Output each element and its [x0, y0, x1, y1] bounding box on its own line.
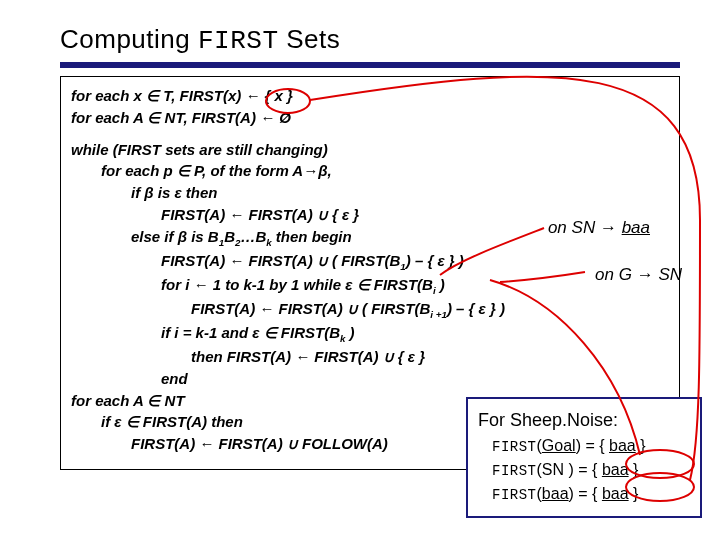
union: ∪: [317, 206, 328, 223]
epsilon: ε: [479, 300, 486, 317]
sub: i +1: [430, 309, 447, 320]
union: ∪: [287, 435, 298, 452]
algo-line-8: FIRST(A) ← FIRST(A) ∪ ( FIRST(B1) – { ε …: [71, 250, 669, 274]
algo-line-13: end: [71, 368, 669, 390]
t: else if β is B: [131, 228, 219, 245]
t: NT, FIRST(A): [160, 109, 260, 126]
t: { x }: [260, 87, 293, 104]
t: FIRST(B: [370, 276, 433, 293]
t: (SN ) = {: [537, 461, 602, 478]
t: baa: [542, 485, 569, 502]
title-part-c: Sets: [278, 24, 340, 54]
slide-title: Computing FIRST Sets: [60, 24, 680, 56]
t: then FIRST(A): [191, 348, 295, 365]
assign-arrow: ←: [245, 87, 260, 104]
spacer: [71, 129, 669, 139]
assign-arrow: ←: [199, 435, 214, 452]
t: for each x: [71, 87, 146, 104]
t: } ): [486, 300, 505, 317]
t: } ): [445, 252, 464, 269]
t: on SN: [548, 218, 600, 237]
t: if i = k-1 and: [161, 324, 252, 341]
t: for i: [161, 276, 194, 293]
t: on G: [595, 265, 637, 284]
t: for each A: [71, 392, 147, 409]
t: ) = {: [576, 437, 609, 454]
t: FIRST(A): [244, 206, 317, 223]
t: β,: [318, 162, 331, 179]
t: baa: [609, 437, 636, 454]
assign-arrow: ←: [260, 109, 275, 126]
union: ∪: [347, 300, 358, 317]
t: }: [349, 206, 359, 223]
t: FIRST(A): [191, 300, 259, 317]
right-arrow: →: [600, 218, 617, 237]
empty-set: Ø: [275, 109, 291, 126]
assign-arrow: ←: [194, 276, 209, 293]
t: baa: [602, 485, 629, 502]
t: for each A: [71, 109, 147, 126]
slide: Computing FIRST Sets for each x ∈ T, FIR…: [0, 0, 720, 540]
t: }: [629, 485, 639, 502]
t: ( FIRST(B: [358, 300, 431, 317]
t: FIRST(A): [310, 348, 383, 365]
algo-line-11: if i = k-1 and ε ∈ FIRST(Bk ): [71, 322, 669, 346]
right-arrow: →: [637, 265, 654, 284]
first-fn: FIRST: [492, 487, 537, 503]
t: for each p: [101, 162, 177, 179]
elem-of: ∈: [147, 392, 160, 409]
assign-arrow: ←: [259, 300, 274, 317]
t: ): [345, 324, 354, 341]
t: …B: [240, 228, 266, 245]
t: FOLLOW(A): [298, 435, 388, 452]
result-row-baa: FIRST(baa) = { baa }: [478, 482, 690, 506]
t: }: [415, 348, 425, 365]
result-row-goal: FIRST(Goal) = { baa }: [478, 434, 690, 458]
t: FIRST(A): [131, 435, 199, 452]
right-arrow: →: [303, 162, 318, 179]
elem-of: ∈: [357, 276, 370, 293]
t: then begin: [272, 228, 352, 245]
t: NT: [160, 392, 184, 409]
epsilon: ε: [114, 413, 121, 430]
t: ): [436, 276, 445, 293]
elem-of: ∈: [147, 109, 160, 126]
t: baa: [602, 461, 629, 478]
t: FIRST(A) then: [139, 413, 243, 430]
t: SN: [654, 265, 682, 284]
t: baa: [622, 218, 650, 237]
elem-of: ∈: [264, 324, 277, 341]
title-first-word: FIRST: [198, 26, 279, 56]
algo-line-4: for each p ∈ P, of the form A→β,: [71, 160, 669, 182]
algo-line-1: for each x ∈ T, FIRST(x) ← { x }: [71, 85, 669, 107]
t: 1 to k-1 by 1 while: [209, 276, 346, 293]
algo-line-10: FIRST(A) ← FIRST(A) ∪ ( FIRST(Bi +1) – {…: [71, 298, 669, 322]
t: B: [224, 228, 235, 245]
elem-of: ∈: [146, 87, 159, 104]
t: if: [101, 413, 114, 430]
result-row-sn: FIRST(SN ) = { baa }: [478, 458, 690, 482]
t: }: [629, 461, 639, 478]
t: ) – {: [447, 300, 479, 317]
annotation-sn-baa: on SN → baa: [548, 218, 650, 238]
algo-line-3: while (FIRST sets are still changing): [71, 139, 669, 161]
t: {: [394, 348, 408, 365]
assign-arrow: ←: [229, 252, 244, 269]
t: if β is: [131, 184, 174, 201]
epsilon: ε: [408, 348, 415, 365]
epsilon: ε: [437, 252, 444, 269]
t: Goal: [542, 437, 576, 454]
union: ∪: [383, 348, 394, 365]
result-box: For Sheep.Noise: FIRST(Goal) = { baa } F…: [466, 397, 702, 518]
algo-line-5: if β is ε then: [71, 182, 669, 204]
epsilon: ε: [174, 184, 181, 201]
algo-line-9: for i ← 1 to k-1 by 1 while ε ∈ FIRST(Bi…: [71, 274, 669, 298]
t: {: [328, 206, 342, 223]
t: FIRST(A): [161, 206, 229, 223]
assign-arrow: ←: [295, 348, 310, 365]
t: T, FIRST(x): [159, 87, 245, 104]
elem-of: ∈: [126, 413, 139, 430]
t: FIRST(B: [277, 324, 340, 341]
algo-line-12: then FIRST(A) ← FIRST(A) ∪ { ε }: [71, 346, 669, 368]
t: then: [182, 184, 218, 201]
